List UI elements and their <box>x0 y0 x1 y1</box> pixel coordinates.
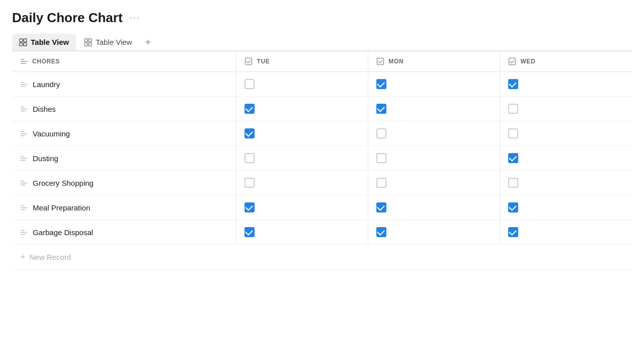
chore-cell-5: Meal Preparation <box>12 195 236 220</box>
chore-name: Garbage Disposal <box>33 228 93 237</box>
col-header-chores: CHORES <box>12 51 236 72</box>
new-record-button[interactable]: + New Record <box>20 252 71 262</box>
checkbox-cell-tue-6[interactable] <box>236 220 368 245</box>
text-type-icon <box>20 179 28 187</box>
table-row: Laundry <box>12 72 632 97</box>
tabs-bar: Table View Table View + <box>12 34 632 51</box>
checkbox-tue-3[interactable] <box>245 153 255 163</box>
checkbox-wed-3[interactable] <box>508 153 518 163</box>
checkbox-cell-mon-0[interactable] <box>368 72 500 97</box>
checkbox-wed-2[interactable] <box>508 128 518 138</box>
checkbox-mon-3[interactable] <box>376 153 386 163</box>
checkbox-tue-4[interactable] <box>245 178 255 188</box>
chore-name: Dishes <box>33 105 56 113</box>
chores-col-icon <box>20 57 28 65</box>
chore-cell-1: Dishes <box>12 97 236 121</box>
wed-col-icon <box>508 57 516 65</box>
checkbox-tue-0[interactable] <box>245 79 255 89</box>
chore-cell-3: Dusting <box>12 146 236 171</box>
new-record-cell: + New Record <box>12 245 632 270</box>
svg-rect-0 <box>20 39 23 42</box>
svg-rect-7 <box>89 43 92 46</box>
text-type-icon <box>20 105 28 113</box>
chore-cell-0: Laundry <box>12 72 236 97</box>
checkbox-wed-1[interactable] <box>508 104 518 114</box>
col-header-mon: MON <box>368 51 500 72</box>
checkbox-cell-wed-1[interactable] <box>500 97 632 121</box>
checkbox-cell-mon-1[interactable] <box>368 97 500 121</box>
chore-cell-6: Garbage Disposal <box>12 220 236 245</box>
checkbox-wed-5[interactable] <box>508 202 518 212</box>
chore-name: Vacuuming <box>33 129 70 138</box>
page-container: Daily Chore Chart ··· Table View <box>0 0 644 270</box>
table-row: Garbage Disposal <box>12 220 632 245</box>
new-record-row: + New Record <box>12 245 632 270</box>
checkbox-cell-wed-3[interactable] <box>500 146 632 171</box>
checkbox-cell-tue-5[interactable] <box>236 195 368 220</box>
checkbox-tue-6[interactable] <box>245 227 255 237</box>
checkbox-wed-0[interactable] <box>508 79 518 89</box>
checkbox-cell-mon-2[interactable] <box>368 121 500 146</box>
tab-table-view-2[interactable]: Table View <box>77 34 139 50</box>
checkbox-cell-tue-1[interactable] <box>236 97 368 121</box>
svg-rect-6 <box>85 43 88 46</box>
checkbox-cell-tue-4[interactable] <box>236 171 368 195</box>
svg-rect-4 <box>85 39 88 42</box>
new-record-plus-icon: + <box>20 252 26 262</box>
checkbox-tue-2[interactable] <box>245 128 255 138</box>
tab-label-2: Table View <box>96 38 132 46</box>
checkbox-cell-wed-2[interactable] <box>500 121 632 146</box>
chore-name: Meal Preparation <box>33 203 90 212</box>
checkbox-cell-mon-5[interactable] <box>368 195 500 220</box>
mon-col-label: MON <box>388 58 404 65</box>
text-type-icon <box>20 81 28 88</box>
ellipsis-menu-button[interactable]: ··· <box>128 11 142 25</box>
col-header-tue: TUE <box>236 51 368 72</box>
checkbox-cell-wed-0[interactable] <box>500 72 632 97</box>
col-header-wed: WED <box>500 51 632 72</box>
checkbox-cell-mon-3[interactable] <box>368 146 500 171</box>
table-row: Dishes <box>12 97 632 121</box>
checkbox-wed-6[interactable] <box>508 227 518 237</box>
checkbox-mon-2[interactable] <box>376 128 386 138</box>
checkbox-cell-tue-2[interactable] <box>236 121 368 146</box>
text-type-icon <box>20 130 28 137</box>
checkbox-cell-wed-4[interactable] <box>500 171 632 195</box>
table-row: Vacuuming <box>12 121 632 146</box>
checkbox-cell-mon-6[interactable] <box>368 220 500 245</box>
checkbox-wed-4[interactable] <box>508 178 518 188</box>
page-title: Daily Chore Chart <box>12 10 123 26</box>
checkbox-cell-mon-4[interactable] <box>368 171 500 195</box>
checkbox-cell-tue-3[interactable] <box>236 146 368 171</box>
checkbox-cell-wed-6[interactable] <box>500 220 632 245</box>
checkbox-tue-5[interactable] <box>245 202 255 212</box>
table-row: Meal Preparation <box>12 195 632 220</box>
text-type-icon <box>20 204 28 211</box>
checkbox-tue-1[interactable] <box>245 104 255 114</box>
svg-rect-1 <box>24 39 27 42</box>
text-type-icon <box>20 155 28 162</box>
table-wrapper: CHORES TUE <box>12 51 632 270</box>
chore-name: Dusting <box>33 154 58 163</box>
checkbox-cell-wed-5[interactable] <box>500 195 632 220</box>
checkbox-mon-1[interactable] <box>376 104 386 114</box>
text-type-icon <box>20 229 28 236</box>
checkbox-cell-tue-0[interactable] <box>236 72 368 97</box>
new-record-label: New Record <box>30 253 71 261</box>
chore-cell-4: Grocery Shopping <box>12 171 236 195</box>
mon-col-icon <box>376 57 384 65</box>
svg-rect-3 <box>24 43 27 46</box>
checkbox-mon-4[interactable] <box>376 178 386 188</box>
svg-rect-2 <box>20 43 23 46</box>
page-header: Daily Chore Chart ··· <box>12 10 632 26</box>
svg-rect-5 <box>89 39 92 42</box>
chore-table: CHORES TUE <box>12 51 632 270</box>
tue-col-icon <box>245 57 253 65</box>
checkbox-mon-5[interactable] <box>376 202 386 212</box>
tab-table-view-1[interactable]: Table View <box>12 34 76 50</box>
checkbox-mon-0[interactable] <box>376 79 386 89</box>
table-header-row: CHORES TUE <box>12 51 632 72</box>
checkbox-mon-6[interactable] <box>376 227 386 237</box>
add-tab-button[interactable]: + <box>140 34 156 50</box>
tab-label-1: Table View <box>31 38 69 46</box>
